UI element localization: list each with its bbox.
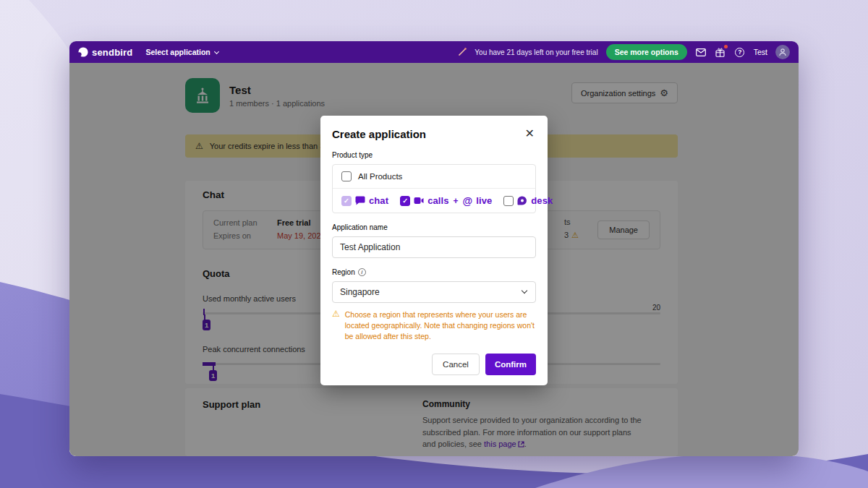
confirm-button[interactable]: Confirm bbox=[485, 354, 536, 375]
region-warning-text: Choose a region that represents where yo… bbox=[345, 309, 536, 343]
select-chevron-icon bbox=[522, 288, 527, 294]
gift-icon[interactable] bbox=[715, 46, 726, 58]
logo-text: sendbird bbox=[92, 47, 133, 58]
chat-checkbox[interactable]: ✓ bbox=[341, 196, 352, 206]
video-call-icon bbox=[414, 197, 424, 205]
sendbird-logo: sendbird bbox=[78, 47, 133, 58]
mail-icon[interactable] bbox=[695, 46, 707, 58]
close-icon[interactable]: ✕ bbox=[524, 127, 536, 141]
product-chat: ✓ chat bbox=[341, 195, 388, 206]
person-icon bbox=[778, 48, 787, 56]
product-desk: ✓ desk bbox=[503, 195, 553, 206]
chat-bubble-icon bbox=[355, 196, 365, 205]
calls-checkbox[interactable]: ✓ bbox=[400, 196, 410, 206]
trial-notice: You have 21 days left on your free trial bbox=[475, 48, 597, 56]
chevron-down-icon bbox=[214, 48, 219, 53]
notification-dot bbox=[724, 45, 728, 48]
select-application-label: Select application bbox=[146, 48, 210, 56]
top-navbar: sendbird Select application You have 21 … bbox=[69, 41, 799, 63]
region-label: Region bbox=[332, 268, 355, 276]
live-icon: @ bbox=[463, 196, 473, 206]
region-warning-icon: ⚠ bbox=[332, 309, 340, 343]
select-application-dropdown[interactable]: Select application bbox=[146, 48, 218, 56]
desk-bubble-icon bbox=[517, 196, 527, 205]
modal-title: Create application bbox=[332, 128, 426, 140]
navbar-right: You have 21 days left on your free trial… bbox=[458, 44, 790, 60]
desk-label: desk bbox=[531, 195, 553, 206]
user-name: Test bbox=[754, 48, 767, 56]
all-products-label: All Products bbox=[358, 172, 402, 181]
product-calls-live: ✓ calls + @ live bbox=[400, 195, 492, 206]
product-type-label: Product type bbox=[332, 151, 536, 159]
create-application-modal: Create application ✕ Product type ✓ All … bbox=[320, 116, 548, 385]
region-warning: ⚠ Choose a region that represents where … bbox=[332, 309, 536, 343]
application-name-input[interactable] bbox=[332, 236, 536, 258]
region-selected-value: Singapore bbox=[340, 287, 380, 297]
region-label-row: Region i bbox=[332, 268, 536, 276]
see-more-options-button[interactable]: See more options bbox=[606, 44, 687, 60]
avatar[interactable] bbox=[775, 45, 790, 59]
calls-label: calls bbox=[427, 195, 448, 206]
help-icon[interactable]: ? bbox=[734, 46, 746, 58]
desktop: sendbird Select application You have 21 … bbox=[0, 0, 868, 488]
product-type-box: ✓ All Products ✓ chat ✓ bbox=[332, 164, 536, 213]
desk-checkbox[interactable]: ✓ bbox=[503, 196, 514, 206]
rocket-icon bbox=[458, 48, 467, 56]
live-label: live bbox=[476, 195, 492, 206]
cancel-button[interactable]: Cancel bbox=[432, 354, 480, 375]
chat-label: chat bbox=[369, 195, 388, 206]
all-products-checkbox[interactable]: ✓ bbox=[341, 171, 352, 181]
info-icon[interactable]: i bbox=[358, 268, 366, 276]
application-name-label: Application name bbox=[332, 223, 536, 231]
plus-sign: + bbox=[454, 196, 459, 206]
region-select[interactable]: Singapore bbox=[332, 281, 536, 303]
sendbird-logo-icon bbox=[78, 47, 88, 57]
